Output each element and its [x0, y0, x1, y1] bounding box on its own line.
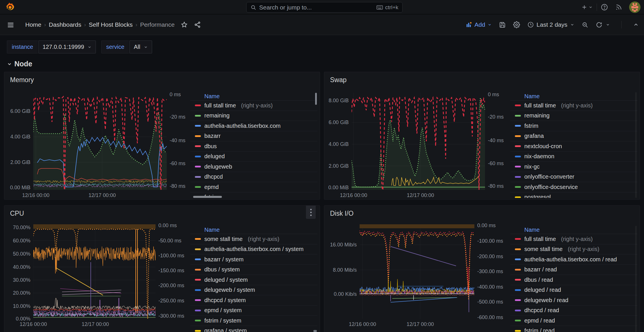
legend-item[interactable]: authelia-authelia.tiserbox.com — [190, 121, 317, 131]
legend-item[interactable]: bazarr / read — [510, 265, 637, 275]
disk-io-legend: Namefull stall time(right y-axis)some st… — [510, 226, 637, 332]
save-dashboard-button[interactable] — [499, 22, 506, 28]
collapse-toolbar-button[interactable] — [633, 22, 639, 28]
legend-header[interactable]: Name — [190, 226, 317, 234]
legend-item[interactable]: full stall time(right y-axis) — [510, 101, 637, 111]
series-color-swatch — [515, 330, 521, 332]
breadcrumb-home[interactable]: Home — [25, 21, 41, 28]
legend-item[interactable]: onlyoffice-converter — [510, 172, 637, 182]
disk-io-chart[interactable] — [360, 224, 474, 319]
legend-item[interactable]: grafana / system — [190, 326, 317, 332]
new-menu-button[interactable] — [581, 4, 593, 10]
legend-item[interactable]: fstrim / system — [190, 316, 317, 326]
legend-item[interactable]: nix-gc — [510, 162, 637, 172]
swap-chart[interactable] — [352, 93, 485, 190]
dashboard-toolbar: Home › Dashboards › Self Host Blocks › P… — [0, 14, 644, 35]
series-color-swatch — [195, 166, 201, 167]
legend-item[interactable]: fstrim / read — [510, 326, 637, 332]
legend-item[interactable]: postgresql — [510, 192, 637, 198]
legend-item[interactable]: epmd / system — [190, 306, 317, 316]
user-avatar[interactable] — [629, 1, 641, 13]
chevron-down-icon — [7, 61, 12, 67]
legend-item[interactable]: grafana — [510, 131, 637, 142]
news-rss-icon[interactable] — [615, 4, 622, 11]
legend-item[interactable]: authelia-authelia.tiserbox.com / read — [510, 254, 637, 265]
legend-item[interactable]: full stall time(right y-axis) — [190, 101, 317, 111]
legend-item[interactable]: dhcpcd — [190, 172, 317, 182]
legend-item[interactable]: full stall time(right y-axis) — [510, 234, 637, 244]
legend-item[interactable]: epmd — [190, 182, 317, 192]
refresh-picker[interactable] — [596, 22, 610, 28]
series-color-swatch — [515, 248, 521, 250]
cpu-chart[interactable] — [33, 224, 156, 319]
series-name: dbus — [204, 143, 217, 150]
legend-item[interactable]: dbus / read — [510, 275, 637, 285]
legend-item[interactable]: epmd / read — [510, 316, 637, 326]
legend-item[interactable]: deluged / system — [190, 275, 317, 285]
search-input[interactable]: Search or jump to... ctrl+k — [246, 2, 403, 13]
breadcrumb-dashboards[interactable]: Dashboards — [49, 21, 81, 28]
legend-item[interactable]: delugeweb — [190, 162, 317, 172]
legend-item[interactable]: dbus — [190, 141, 317, 152]
panel-title[interactable]: Memory — [10, 76, 34, 84]
variable-service-value[interactable]: All — [129, 40, 152, 53]
legend-header[interactable]: Name — [510, 226, 637, 234]
series-color-swatch — [195, 176, 201, 178]
legend-item[interactable]: remaining — [510, 111, 637, 121]
legend-item[interactable]: some stall time(right y-axis) — [190, 234, 317, 244]
series-name: nix-daemon — [524, 153, 554, 160]
series-name: authelia-authelia.tiserbox.com / read — [524, 256, 617, 263]
legend-scrollbar-horizontal[interactable] — [193, 196, 222, 198]
legend-scrollbar-track[interactable] — [635, 92, 637, 198]
zoom-out-button[interactable] — [582, 22, 588, 28]
legend-scrollbar[interactable] — [315, 93, 317, 105]
panel-title[interactable]: Swap — [330, 76, 347, 84]
series-name: epmd / system — [204, 307, 242, 314]
axis-tick: 2.00 GiB — [329, 163, 349, 169]
legend-item[interactable]: delugeweb / read — [510, 295, 637, 306]
time-range-picker[interactable]: Last 2 days — [527, 21, 574, 28]
series-name: bazarr — [204, 133, 221, 139]
legend-item[interactable]: dbus / system — [190, 265, 317, 275]
legend-item[interactable]: onlyoffice-docservice — [510, 182, 637, 192]
legend-item[interactable]: deluged / read — [510, 285, 637, 296]
legend-item[interactable]: remaining — [190, 111, 317, 121]
legend-item[interactable]: nextcloud-cron — [510, 141, 637, 152]
dashboard-settings-button[interactable] — [513, 21, 520, 28]
favorite-star-icon[interactable] — [181, 21, 188, 28]
series-color-swatch — [515, 135, 521, 137]
grafana-logo[interactable] — [5, 2, 15, 14]
axis-tick: -60 ms — [170, 161, 185, 167]
legend-item[interactable]: authelia-authelia.tiserbox.com / system — [190, 244, 317, 255]
series-name: fstrim / system — [204, 317, 241, 324]
row-node-toggle[interactable]: Node — [7, 60, 32, 68]
breadcrumb-folder[interactable]: Self Host Blocks — [89, 21, 133, 28]
mega-menu-icon[interactable] — [7, 21, 14, 29]
series-name: onlyoffice-docservice — [524, 184, 578, 190]
legend-header[interactable]: Name — [190, 92, 317, 101]
legend-item[interactable]: bazarr — [190, 131, 317, 142]
axis-tick: -80 ms — [170, 183, 185, 189]
panel-title[interactable]: Disk I/O — [330, 210, 354, 217]
panel-title[interactable]: CPU — [10, 210, 24, 217]
legend-scrollbar-track[interactable] — [635, 226, 637, 332]
legend-scrollbar-corner[interactable] — [313, 330, 317, 332]
legend-item[interactable]: deluged — [190, 152, 317, 162]
share-icon[interactable] — [194, 21, 201, 28]
legend-item[interactable]: dhcpcd / system — [190, 295, 317, 306]
memory-chart[interactable] — [33, 93, 167, 190]
legend-item[interactable]: dhcpcd / read — [510, 306, 637, 316]
axis-tick: 10.00% — [13, 303, 30, 309]
legend-header[interactable]: Name — [510, 92, 637, 101]
legend-item[interactable]: delugeweb / system — [190, 285, 317, 296]
legend-item[interactable]: nix-daemon — [510, 152, 637, 162]
series-name: grafana — [524, 133, 544, 139]
legend-item[interactable]: fstrim — [510, 121, 637, 131]
help-icon[interactable] — [601, 4, 608, 11]
series-color-swatch — [515, 196, 521, 198]
legend-item[interactable]: some stall time(right y-axis) — [510, 244, 637, 255]
add-panel-button[interactable]: Add — [466, 21, 491, 28]
variable-instance-value[interactable]: 127.0.0.1:19999 — [38, 40, 96, 53]
legend-item[interactable]: bazarr / system — [190, 254, 317, 265]
panel-menu-kebab-icon[interactable] — [306, 206, 316, 219]
